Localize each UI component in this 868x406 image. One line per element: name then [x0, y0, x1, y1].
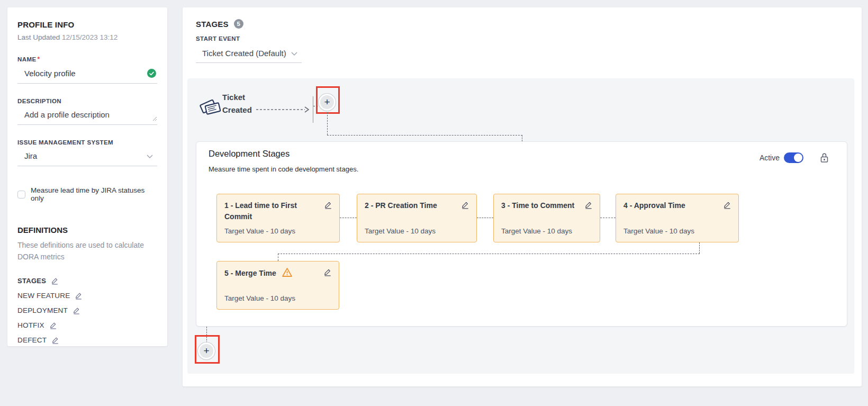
profile-info-title: PROFILE INFO [17, 20, 157, 29]
definition-item-label: HOTFIX [17, 321, 44, 329]
definition-item-label: NEW FEATURE [17, 292, 70, 300]
start-event-value: Ticket Created (Default) [202, 49, 286, 58]
definitions-stages-row: STAGES [17, 277, 157, 285]
stage-name: 2 - PR Creation Time [365, 201, 437, 210]
definitions-title: DEFINITIONS [17, 225, 157, 234]
stage-name: 5 - Merge Time [224, 269, 276, 277]
last-updated-value: 12/15/2023 13:12 [62, 33, 117, 41]
active-toggle[interactable] [784, 152, 803, 163]
chevron-down-icon [291, 49, 297, 58]
ims-select[interactable]: Jira [17, 147, 157, 166]
chevron-down-icon [147, 151, 153, 160]
edit-hotfix-button[interactable] [49, 321, 57, 329]
add-stage-button-bottom[interactable]: + [198, 342, 215, 359]
stage-target: Target Value - 10 days [501, 227, 593, 235]
edit-stage-button[interactable] [584, 201, 593, 211]
definition-item: NEW FEATURE [17, 292, 157, 300]
profile-info-panel: PROFILE INFO Last Updated 12/15/2023 13:… [7, 7, 167, 346]
stage-card[interactable]: 2 - PR Creation Time Target Value - 10 d… [357, 194, 477, 242]
development-stages-card: Development Stages Measure time spent in… [196, 141, 847, 327]
name-input[interactable] [24, 69, 147, 78]
start-node-label: Ticket Created [222, 91, 252, 116]
flow-divider-line [313, 96, 313, 123]
connector [340, 218, 357, 218]
last-updated-label: Last Updated [17, 33, 60, 41]
stage-name: 4 - Approval Time [623, 201, 685, 210]
warning-icon [282, 270, 293, 279]
connector [522, 135, 522, 141]
flow-arrow-icon [256, 106, 310, 113]
tickets-icon [200, 95, 222, 122]
stage-card[interactable]: 4 - Approval Time Target Value - 10 days [616, 194, 739, 242]
stage-name: 1 - Lead time to First Commit [224, 201, 297, 221]
definition-item: DEFECT [17, 336, 157, 344]
definition-item: DEPLOYMENT [17, 306, 157, 314]
resize-grip-icon[interactable] [152, 114, 157, 123]
connector [600, 218, 616, 218]
toggle-knob [794, 154, 802, 162]
active-label: Active [760, 154, 780, 162]
start-event-select[interactable]: Ticket Created (Default) [196, 46, 302, 63]
definition-item-label: DEFECT [17, 336, 47, 344]
stage-card[interactable]: 1 - Lead time to First Commit Target Val… [216, 194, 340, 242]
definition-item: HOTFIX [17, 321, 157, 329]
add-stage-button-top[interactable]: + [319, 94, 336, 111]
dev-card-subtitle: Measure time spent in code development s… [209, 165, 358, 173]
definitions-subtitle: These definitions are used to calculate … [17, 239, 151, 263]
stages-panel: STAGES 5 START EVENT Ticket Created (Def… [183, 7, 862, 386]
lead-time-checkbox-row: Measure lead time by JIRA statuses only [17, 186, 157, 202]
edit-stages-button[interactable] [51, 277, 59, 285]
ims-selected-value: Jira [24, 151, 37, 160]
valid-check-icon [147, 69, 156, 78]
stages-count-badge: 5 [234, 19, 243, 29]
start-event-label: START EVENT [196, 35, 302, 42]
connector [206, 327, 207, 343]
edit-stage-button[interactable] [461, 201, 469, 211]
stage-card[interactable]: 3 - Time to Comment Target Value - 10 da… [493, 194, 600, 242]
edit-stage-button[interactable] [323, 268, 332, 278]
stage-name: 3 - Time to Comment [501, 201, 574, 210]
description-input[interactable] [24, 110, 156, 119]
stage-flow-canvas: Ticket Created + Development Stages Meas… [187, 78, 854, 374]
description-label: DESCRIPTION [17, 98, 157, 104]
connector [327, 112, 328, 135]
stages-title: STAGES [196, 20, 229, 29]
connector [327, 135, 522, 136]
connector [278, 254, 278, 261]
name-field [17, 64, 157, 84]
stage-card[interactable]: 5 - Merge Time Target Value - 10 days [216, 261, 339, 310]
last-updated: Last Updated 12/15/2023 13:12 [17, 33, 157, 41]
name-label: NAME* [17, 56, 157, 63]
dev-card-title: Development Stages [209, 149, 358, 159]
stage-target: Target Value - 10 days [623, 227, 731, 235]
edit-deployment-button[interactable] [73, 306, 80, 314]
edit-new-feature-button[interactable] [75, 292, 83, 300]
edit-stage-button[interactable] [723, 201, 731, 211]
lock-icon[interactable] [820, 152, 829, 163]
lead-time-checkbox-label: Measure lead time by JIRA statuses only [31, 186, 157, 202]
stage-target: Target Value - 10 days [365, 227, 469, 235]
dev-card-heading: Development Stages Measure time spent in… [209, 149, 358, 173]
lead-time-checkbox[interactable] [17, 191, 25, 199]
description-field [17, 105, 157, 125]
stage-target: Target Value - 10 days [224, 227, 332, 235]
required-asterisk: * [37, 56, 40, 63]
definitions-stages-label: STAGES [17, 277, 46, 285]
definition-item-label: DEPLOYMENT [17, 306, 68, 314]
stages-header: STAGES 5 START EVENT Ticket Created (Def… [196, 19, 302, 63]
stage-target: Target Value - 10 days [224, 294, 332, 302]
connector [477, 218, 493, 218]
connector [699, 242, 700, 254]
edit-defect-button[interactable] [51, 336, 59, 344]
connector [278, 254, 700, 254]
edit-stage-button[interactable] [324, 201, 332, 211]
ims-label: ISSUE MANAGEMENT SYSTEM [17, 139, 157, 146]
